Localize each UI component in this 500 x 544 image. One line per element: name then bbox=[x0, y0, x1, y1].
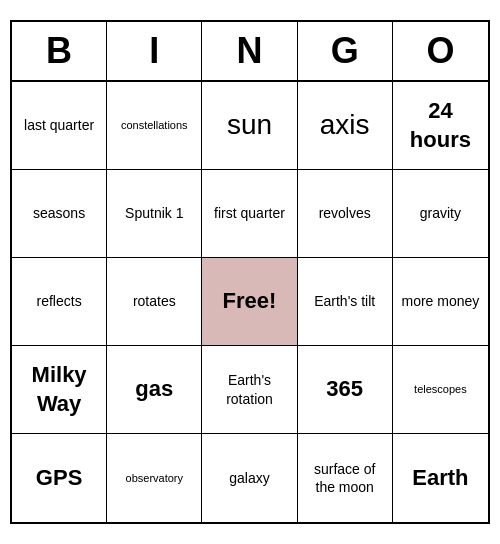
bingo-header: BINGO bbox=[12, 22, 488, 82]
header-letter-O: O bbox=[393, 22, 488, 80]
cell-r1-c1: Sputnik 1 bbox=[107, 170, 202, 258]
cell-r4-c4: Earth bbox=[393, 434, 488, 522]
cell-r3-c1: gas bbox=[107, 346, 202, 434]
cell-r2-c4: more money bbox=[393, 258, 488, 346]
header-letter-B: B bbox=[12, 22, 107, 80]
cell-r3-c2: Earth's rotation bbox=[202, 346, 297, 434]
cell-r1-c0: seasons bbox=[12, 170, 107, 258]
cell-r4-c1: observatory bbox=[107, 434, 202, 522]
cell-r3-c3: 365 bbox=[298, 346, 393, 434]
cell-r4-c0: GPS bbox=[12, 434, 107, 522]
header-letter-N: N bbox=[202, 22, 297, 80]
cell-r0-c1: constellations bbox=[107, 82, 202, 170]
cell-r1-c4: gravity bbox=[393, 170, 488, 258]
cell-r0-c0: last quarter bbox=[12, 82, 107, 170]
cell-r0-c2: sun bbox=[202, 82, 297, 170]
bingo-grid: last quarterconstellationssunaxis24 hour… bbox=[12, 82, 488, 522]
cell-r1-c3: revolves bbox=[298, 170, 393, 258]
header-letter-I: I bbox=[107, 22, 202, 80]
cell-r2-c1: rotates bbox=[107, 258, 202, 346]
cell-r3-c0: Milky Way bbox=[12, 346, 107, 434]
header-letter-G: G bbox=[298, 22, 393, 80]
bingo-card: BINGO last quarterconstellationssunaxis2… bbox=[10, 20, 490, 524]
cell-r2-c0: reflects bbox=[12, 258, 107, 346]
cell-r0-c4: 24 hours bbox=[393, 82, 488, 170]
cell-r1-c2: first quarter bbox=[202, 170, 297, 258]
cell-r0-c3: axis bbox=[298, 82, 393, 170]
cell-r4-c3: surface of the moon bbox=[298, 434, 393, 522]
cell-r4-c2: galaxy bbox=[202, 434, 297, 522]
cell-r2-c2: Free! bbox=[202, 258, 297, 346]
cell-r3-c4: telescopes bbox=[393, 346, 488, 434]
cell-r2-c3: Earth's tilt bbox=[298, 258, 393, 346]
